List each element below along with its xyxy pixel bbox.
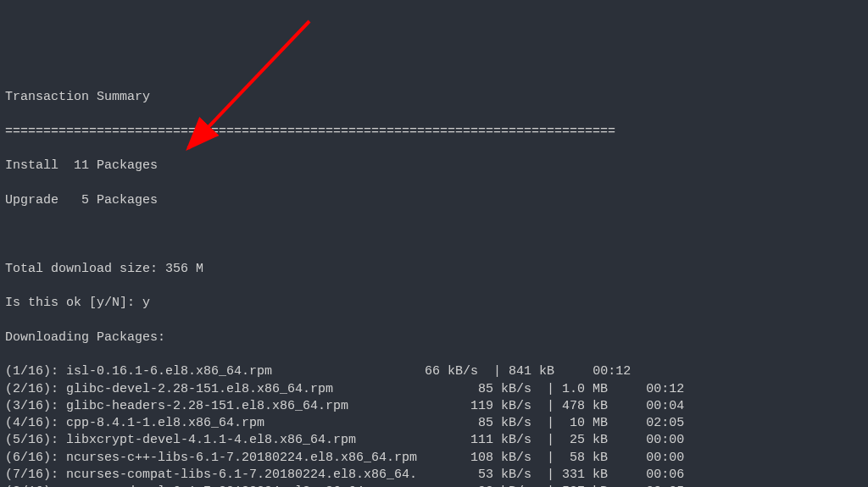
download-row: (6/16): ncurses-c++-libs-6.1-7.20180224.… xyxy=(5,450,863,467)
download-filename: cpp-8.4.1-1.el8.x86_64.rpm xyxy=(66,416,463,430)
download-speed: 119 kB/s xyxy=(463,399,531,413)
download-time: 00:04 xyxy=(608,399,684,413)
download-row: (2/16): glibc-devel-2.28-151.el8.x86_64.… xyxy=(5,381,863,398)
download-speed: 85 kB/s xyxy=(463,382,531,396)
download-size: | 25 kB xyxy=(531,433,608,447)
upgrade-line: Upgrade 5 Packages xyxy=(5,192,863,209)
download-filename: glibc-devel-2.28-151.el8.x86_64.rpm xyxy=(66,382,463,396)
download-row: (5/16): libxcrypt-devel-4.1.1-4.el8.x86_… xyxy=(5,432,863,449)
transaction-summary-title: Transaction Summary xyxy=(5,89,863,106)
download-speed: 108 kB/s xyxy=(463,451,531,465)
download-size: | 1.0 MB xyxy=(531,382,608,396)
download-index: (7/16): xyxy=(5,468,66,482)
download-row: (4/16): cpp-8.4.1-1.el8.x86_64.rpm 85 kB… xyxy=(5,415,863,432)
confirm-prompt: Is this ok [y/N]: y xyxy=(5,295,863,312)
terminal-output: Transaction Summary ====================… xyxy=(5,72,863,487)
download-time: 00:12 xyxy=(608,382,684,396)
total-download-size: Total download size: 356 M xyxy=(5,261,863,278)
download-filename: libxcrypt-devel-4.1.1-4.el8.x86_64.rpm xyxy=(66,433,463,447)
download-speed: 85 kB/s xyxy=(463,416,531,430)
download-index: (3/16): xyxy=(5,399,66,413)
download-index: (4/16): xyxy=(5,416,66,430)
download-index: (2/16): xyxy=(5,382,66,396)
download-index: (1/16): xyxy=(5,364,66,379)
download-size: | 478 kB xyxy=(531,399,608,413)
blank-line xyxy=(5,226,863,243)
divider: ========================================… xyxy=(5,124,863,141)
download-speed: 53 kB/s xyxy=(463,468,531,482)
download-time: 00:00 xyxy=(608,433,684,447)
download-index: (5/16): xyxy=(5,433,66,447)
download-filename: isl-0.16.1-6.el8.x86_64.rpm xyxy=(66,364,409,379)
downloading-packages-label: Downloading Packages: xyxy=(5,329,863,346)
download-list: (1/16): isl-0.16.1-6.el8.x86_64.rpm 66 k… xyxy=(5,363,863,487)
download-time: 00:12 xyxy=(554,364,631,379)
download-row: (3/16): glibc-headers-2.28-151.el8.x86_6… xyxy=(5,398,863,415)
download-filename: ncurses-compat-libs-6.1-7.20180224.el8.x… xyxy=(66,468,463,482)
download-row: (7/16): ncurses-compat-libs-6.1-7.201802… xyxy=(5,467,863,484)
download-size: | 841 kB xyxy=(478,364,554,379)
install-line: Install 11 Packages xyxy=(5,158,863,174)
download-row: (8/16): ncurses-devel-6.1-7.20180224.el8… xyxy=(5,484,863,487)
download-size: | 331 kB xyxy=(531,468,608,482)
download-filename: ncurses-c++-libs-6.1-7.20180224.el8.x86_… xyxy=(66,451,463,465)
download-filename: glibc-headers-2.28-151.el8.x86_64.rpm xyxy=(66,399,463,413)
download-row: (1/16): isl-0.16.1-6.el8.x86_64.rpm 66 k… xyxy=(5,363,863,380)
download-size: | 58 kB xyxy=(531,451,608,465)
download-speed: 111 kB/s xyxy=(463,433,531,447)
download-index: (6/16): xyxy=(5,451,66,465)
download-time: 00:00 xyxy=(608,451,684,465)
download-size: | 10 MB xyxy=(531,416,608,430)
download-time: 02:05 xyxy=(608,416,684,430)
download-speed: 66 kB/s xyxy=(409,364,478,379)
download-time: 00:06 xyxy=(608,468,684,482)
